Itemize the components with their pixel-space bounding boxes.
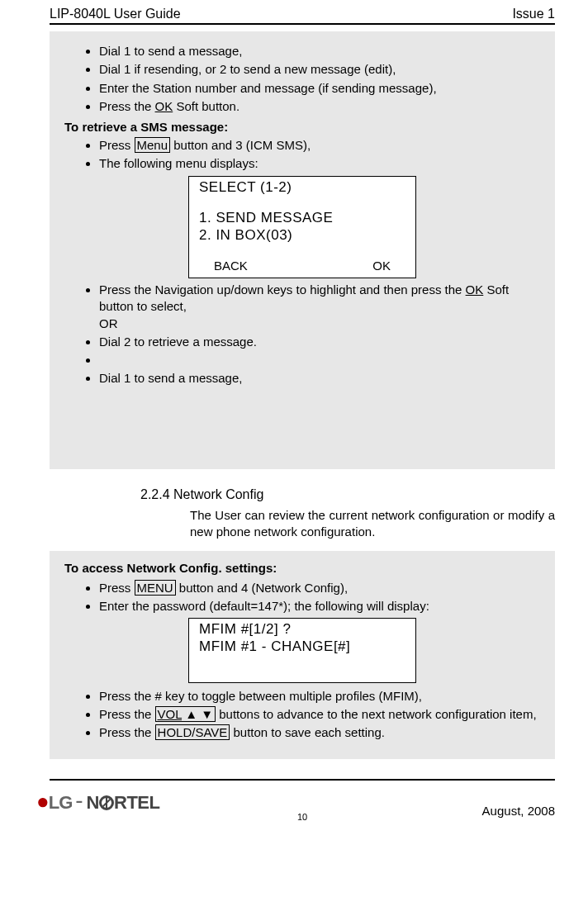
footer-rule xyxy=(50,779,555,781)
nortel-globe-icon xyxy=(99,795,114,810)
subheading-retrieve-sms: To retrieve a SMS message: xyxy=(64,120,540,134)
lg-nortel-logo: ●LG - NRTEL xyxy=(36,792,159,814)
page-footer: ●LG - NRTEL 10 August, 2008 xyxy=(50,779,555,837)
lcd-line: 2. IN BOX(03) xyxy=(199,226,405,244)
nortel-rtel: RTEL xyxy=(114,792,159,813)
lg-text: LG xyxy=(49,792,73,813)
list-item: Press MENU button and 4 (Network Config)… xyxy=(99,580,540,596)
list-item: Dial 1 if resending, or 2 to send a new … xyxy=(99,61,540,78)
menu-button-label: Menu xyxy=(135,137,171,153)
text: button and 3 (ICM SMS), xyxy=(170,138,311,152)
list-item: Dial 1 to send a message, xyxy=(99,370,540,387)
softkey-ok: OK xyxy=(372,259,391,274)
text: button and 4 (Network Config), xyxy=(176,581,348,595)
footer-date: August, 2008 xyxy=(482,804,555,818)
ok-softbutton-label: OK xyxy=(466,282,484,297)
lcd-spacer xyxy=(199,244,405,255)
list-item: Press the HOLD/SAVE button to save each … xyxy=(99,724,540,741)
text: Press the xyxy=(99,707,155,721)
list-item: Press the OK Soft button. xyxy=(99,98,540,115)
bullet-list: Press MENU button and 4 (Network Config)… xyxy=(64,580,540,615)
bullet-list: Press Menu button and 3 (ICM SMS), The f… xyxy=(64,137,540,173)
page-number: 10 xyxy=(297,812,307,822)
instruction-box-sms: Dial 1 to send a message, Dial 1 if rese… xyxy=(50,31,555,469)
lcd-line: 1. SEND MESSAGE xyxy=(199,209,405,226)
section-body: The User can review the current network … xyxy=(190,507,555,541)
lcd-line: MFIM #1 - CHANGE[#] xyxy=(199,638,405,655)
text: buttons to advance to the next network c… xyxy=(216,707,537,721)
list-item: Enter the password (default=147*); the f… xyxy=(99,598,540,615)
lcd-spacer xyxy=(199,656,405,679)
or-text: OR xyxy=(99,316,118,330)
ok-softbutton-label: OK xyxy=(155,99,173,113)
lcd-line: SELECT (1-2) xyxy=(199,178,405,196)
hold-save-button-label: HOLD/SAVE xyxy=(155,724,230,740)
subheading-network-config: To access Network Config. settings: xyxy=(64,561,540,575)
text: Soft button. xyxy=(173,99,239,113)
nortel-logo-icon: NRTEL xyxy=(87,792,160,814)
list-item: Press Menu button and 3 (ICM SMS), xyxy=(99,137,540,154)
text: button to save each setting. xyxy=(230,725,385,739)
list-item: The following menu displays: xyxy=(99,155,540,172)
list-item: Press the Navigation up/down keys to hig… xyxy=(99,282,540,332)
issue-label: Issue 1 xyxy=(512,7,555,21)
lcd-line: MFIM #[1/2] ? xyxy=(199,620,405,638)
list-item: Press the # key to toggle between multip… xyxy=(99,688,540,705)
instruction-box-network: To access Network Config. settings: Pres… xyxy=(50,551,555,760)
lcd-screen: MFIM #[1/2] ? MFIM #1 - CHANGE[#] xyxy=(188,618,416,683)
vol-buttons-label: VOL ▲ ▼ xyxy=(155,706,216,722)
menu-button-label: MENU xyxy=(135,580,176,596)
list-item xyxy=(99,352,540,368)
softkey-back: BACK xyxy=(214,259,248,274)
list-item: Enter the Station number and message (if… xyxy=(99,80,540,97)
bullet-list: Dial 1 to send a message, Dial 1 if rese… xyxy=(64,43,540,115)
list-item: Press the VOL ▲ ▼ buttons to advance to … xyxy=(99,706,540,723)
list-item: Dial 2 to retrieve a message. xyxy=(99,334,540,350)
bullet-list: Press the # key to toggle between multip… xyxy=(64,688,540,742)
text: Press the xyxy=(99,99,155,113)
lg-logo-icon: ●LG xyxy=(36,792,72,814)
doc-title: LIP-8040L User Guide xyxy=(50,7,181,21)
text: Press the xyxy=(99,725,155,739)
bullet-list: Press the Navigation up/down keys to hig… xyxy=(64,282,540,387)
cutoff-text: Dial 1 if resending, or 2 to send a new … xyxy=(99,391,540,392)
lcd-screen: SELECT (1-2) 1. SEND MESSAGE 2. IN BOX(0… xyxy=(188,176,416,279)
text: Press xyxy=(99,138,135,152)
lcd-spacer xyxy=(199,196,405,209)
text: Press xyxy=(99,581,135,595)
lcd-softkeys: BACK OK xyxy=(199,255,405,274)
page-header: LIP-8040L User Guide Issue 1 xyxy=(50,0,555,25)
list-item: Dial 1 to send a message, xyxy=(99,43,540,59)
nortel-n: N xyxy=(87,792,99,813)
section-heading: 2.2.4 Network Config xyxy=(140,487,555,502)
text: Press the Navigation up/down keys to hig… xyxy=(99,282,466,297)
